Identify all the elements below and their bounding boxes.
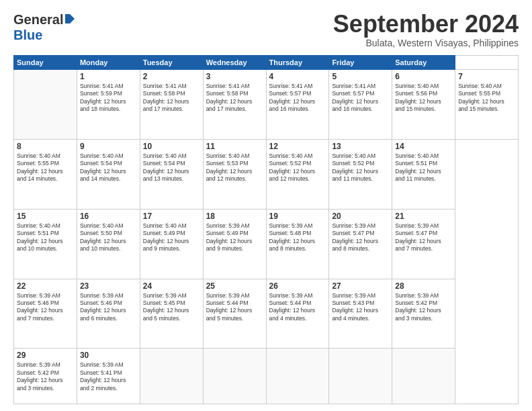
cell-info: Sunrise: 5:41 AMSunset: 5:58 PMDaylight:… [206,83,263,113]
day-number: 13 [332,142,389,151]
calendar-cell: 17Sunrise: 5:40 AMSunset: 5:49 PMDayligh… [140,209,203,279]
day-number: 24 [143,281,200,291]
calendar-cell [329,349,392,404]
calendar: SundayMondayTuesdayWednesdayThursdayFrid… [13,55,519,404]
calendar-cell: 18Sunrise: 5:39 AMSunset: 5:49 PMDayligh… [203,209,266,279]
calendar-cell: 2Sunrise: 5:41 AMSunset: 5:58 PMDaylight… [140,70,203,140]
cell-info: Sunrise: 5:39 AMSunset: 5:41 PMDaylight:… [80,361,137,392]
calendar-cell: 7Sunrise: 5:40 AMSunset: 5:55 PMDaylight… [455,70,519,140]
day-number: 4 [269,72,326,81]
calendar-cell: 23Sunrise: 5:39 AMSunset: 5:46 PMDayligh… [77,279,140,349]
weekday-header: Tuesday [140,56,203,70]
cell-info: Sunrise: 5:40 AMSunset: 5:51 PMDaylight:… [395,152,452,183]
cell-info: Sunrise: 5:39 AMSunset: 5:47 PMDaylight:… [332,222,389,253]
cell-info: Sunrise: 5:41 AMSunset: 5:58 PMDaylight:… [143,83,200,113]
cell-info: Sunrise: 5:39 AMSunset: 5:43 PMDaylight:… [332,292,389,323]
calendar-cell: 5Sunrise: 5:41 AMSunset: 5:57 PMDaylight… [329,70,392,140]
calendar-cell: 24Sunrise: 5:39 AMSunset: 5:45 PMDayligh… [140,279,203,349]
cell-info: Sunrise: 5:39 AMSunset: 5:42 PMDaylight:… [395,292,452,323]
calendar-cell: 19Sunrise: 5:39 AMSunset: 5:48 PMDayligh… [266,209,329,279]
calendar-cell: 13Sunrise: 5:40 AMSunset: 5:52 PMDayligh… [329,139,392,209]
calendar-cell: 9Sunrise: 5:40 AMSunset: 5:54 PMDaylight… [77,139,140,209]
day-number: 14 [395,142,452,151]
title-block: September 2024 Bulata, Western Visayas, … [333,12,519,48]
calendar-cell: 3Sunrise: 5:41 AMSunset: 5:58 PMDaylight… [203,70,266,140]
calendar-cell: 10Sunrise: 5:40 AMSunset: 5:54 PMDayligh… [140,139,203,209]
day-number: 5 [332,72,389,81]
calendar-header-row: SundayMondayTuesdayWednesdayThursdayFrid… [14,56,519,70]
calendar-cell [266,349,329,404]
page: General Blue September 2024 Bulata, West… [0,0,532,411]
cell-info: Sunrise: 5:41 AMSunset: 5:57 PMDaylight:… [269,83,326,113]
day-number: 12 [269,142,326,151]
cell-info: Sunrise: 5:39 AMSunset: 5:46 PMDaylight:… [17,292,74,323]
cell-info: Sunrise: 5:40 AMSunset: 5:53 PMDaylight:… [206,152,263,183]
day-number: 27 [332,281,389,291]
calendar-cell: 12Sunrise: 5:40 AMSunset: 5:52 PMDayligh… [266,139,329,209]
cell-info: Sunrise: 5:40 AMSunset: 5:49 PMDaylight:… [143,222,200,253]
calendar-cell: 28Sunrise: 5:39 AMSunset: 5:42 PMDayligh… [392,279,455,349]
month-title: September 2024 [333,12,519,36]
calendar-cell: 27Sunrise: 5:39 AMSunset: 5:43 PMDayligh… [329,279,392,349]
cell-info: Sunrise: 5:39 AMSunset: 5:48 PMDaylight:… [269,222,326,253]
calendar-cell: 20Sunrise: 5:39 AMSunset: 5:47 PMDayligh… [329,209,392,279]
calendar-cell: 15Sunrise: 5:40 AMSunset: 5:51 PMDayligh… [14,209,77,279]
calendar-cell: 21Sunrise: 5:39 AMSunset: 5:47 PMDayligh… [392,209,455,279]
calendar-cell: 29Sunrise: 5:39 AMSunset: 5:42 PMDayligh… [14,349,77,404]
day-number: 25 [206,281,263,291]
day-number: 29 [17,351,74,360]
calendar-week-row: 1Sunrise: 5:41 AMSunset: 5:59 PMDaylight… [14,70,519,140]
logo: General Blue [13,12,76,43]
calendar-week-row: 29Sunrise: 5:39 AMSunset: 5:42 PMDayligh… [14,349,519,404]
calendar-cell: 25Sunrise: 5:39 AMSunset: 5:44 PMDayligh… [203,279,266,349]
calendar-cell: 22Sunrise: 5:39 AMSunset: 5:46 PMDayligh… [14,279,77,349]
weekday-header: Monday [77,56,140,70]
day-number: 30 [80,351,137,360]
day-number: 26 [269,281,326,291]
calendar-cell: 16Sunrise: 5:40 AMSunset: 5:50 PMDayligh… [77,209,140,279]
day-number: 19 [269,212,326,221]
day-number: 18 [206,212,263,221]
day-number: 21 [395,212,452,221]
weekday-header: Saturday [392,56,455,70]
cell-info: Sunrise: 5:40 AMSunset: 5:55 PMDaylight:… [17,152,74,183]
day-number: 20 [332,212,389,221]
day-number: 3 [206,72,263,81]
weekday-header: Sunday [14,56,77,70]
calendar-cell: 30Sunrise: 5:39 AMSunset: 5:41 PMDayligh… [77,349,140,404]
cell-info: Sunrise: 5:40 AMSunset: 5:51 PMDaylight:… [17,222,74,253]
calendar-week-row: 15Sunrise: 5:40 AMSunset: 5:51 PMDayligh… [14,209,519,279]
cell-info: Sunrise: 5:39 AMSunset: 5:49 PMDaylight:… [206,222,263,253]
calendar-week-row: 22Sunrise: 5:39 AMSunset: 5:46 PMDayligh… [14,279,519,349]
cell-info: Sunrise: 5:40 AMSunset: 5:52 PMDaylight:… [332,152,389,183]
cell-info: Sunrise: 5:39 AMSunset: 5:46 PMDaylight:… [80,292,137,323]
day-number: 1 [80,72,137,81]
calendar-cell [203,349,266,404]
day-number: 11 [206,142,263,151]
day-number: 10 [143,142,200,151]
calendar-cell: 11Sunrise: 5:40 AMSunset: 5:53 PMDayligh… [203,139,266,209]
day-number: 22 [17,281,74,291]
calendar-cell [14,70,77,140]
day-number: 9 [80,142,137,151]
cell-info: Sunrise: 5:40 AMSunset: 5:52 PMDaylight:… [269,152,326,183]
cell-info: Sunrise: 5:40 AMSunset: 5:54 PMDaylight:… [80,152,137,183]
day-number: 16 [80,212,137,221]
cell-info: Sunrise: 5:39 AMSunset: 5:42 PMDaylight:… [17,361,74,392]
day-number: 7 [458,72,515,81]
cell-info: Sunrise: 5:39 AMSunset: 5:44 PMDaylight:… [206,292,263,323]
day-number: 17 [143,212,200,221]
cell-info: Sunrise: 5:40 AMSunset: 5:55 PMDaylight:… [458,83,515,113]
cell-info: Sunrise: 5:39 AMSunset: 5:44 PMDaylight:… [269,292,326,323]
calendar-cell: 6Sunrise: 5:40 AMSunset: 5:56 PMDaylight… [392,70,455,140]
header: General Blue September 2024 Bulata, West… [13,12,519,48]
cell-info: Sunrise: 5:40 AMSunset: 5:54 PMDaylight:… [143,152,200,183]
logo-blue: Blue [13,28,42,42]
cell-info: Sunrise: 5:40 AMSunset: 5:56 PMDaylight:… [395,83,452,113]
cell-info: Sunrise: 5:41 AMSunset: 5:59 PMDaylight:… [80,83,137,113]
cell-info: Sunrise: 5:39 AMSunset: 5:47 PMDaylight:… [395,222,452,253]
calendar-cell: 1Sunrise: 5:41 AMSunset: 5:59 PMDaylight… [77,70,140,140]
calendar-week-row: 8Sunrise: 5:40 AMSunset: 5:55 PMDaylight… [14,139,519,209]
calendar-cell [392,349,455,404]
day-number: 8 [17,142,74,151]
